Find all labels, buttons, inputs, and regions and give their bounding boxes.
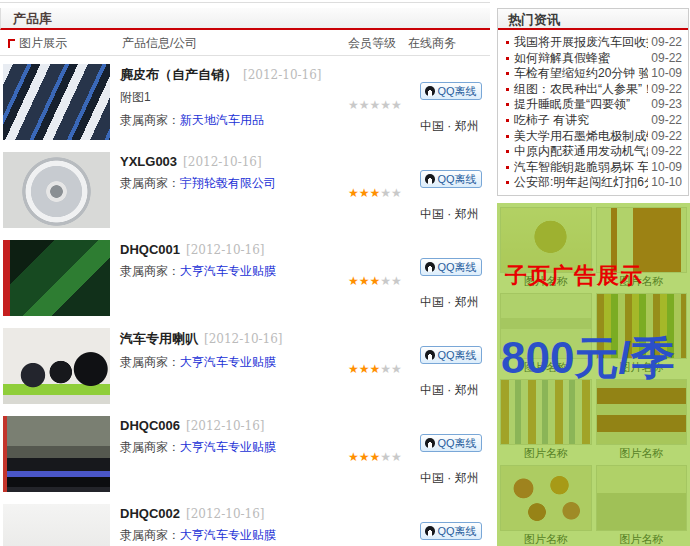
- news-item[interactable]: 组图：农民种出“人参果”！09-22: [506, 82, 682, 98]
- news-date: 09-22: [648, 113, 682, 129]
- product-photo-speakers[interactable]: [3, 328, 110, 404]
- bullet-icon: [506, 119, 509, 122]
- product-photo-film-boxes[interactable]: [3, 240, 110, 316]
- news-date: 10-09: [648, 66, 682, 82]
- hot-news-title: 热门资讯: [498, 9, 688, 30]
- product-title[interactable]: DHQC002[2012-10-16]: [120, 506, 348, 521]
- vendor-line: 隶属商家：大亨汽车专业贴膜: [120, 263, 348, 280]
- vendor-line: 隶属商家：大亨汽车专业贴膜: [120, 527, 348, 544]
- vendor-link[interactable]: 大亨汽车专业贴膜: [180, 528, 276, 542]
- product-title[interactable]: YXLG003[2012-10-16]: [120, 154, 348, 169]
- news-date: 10-09: [648, 160, 682, 176]
- product-date: [2012-10-16]: [186, 243, 265, 257]
- news-item[interactable]: 如何辩解真假蜂蜜09-22: [506, 51, 682, 67]
- news-date: 09-22: [648, 129, 682, 145]
- product-info: 麂皮布（自产自销）[2012-10-16] 附图1 隶属商家：新天地汽车用品: [120, 66, 348, 129]
- product-date: [2012-10-16]: [183, 155, 262, 169]
- column-image-header: 图片展示: [8, 30, 67, 56]
- news-date: 09-22: [648, 82, 682, 98]
- bullet-icon: [506, 88, 509, 91]
- product-info: DHQC002[2012-10-16] 隶属商家：大亨汽车专业贴膜: [120, 506, 348, 544]
- vendor-line: 隶属商家：宇翔轮毂有限公司: [120, 175, 348, 192]
- member-level-stars: ★★★★★: [348, 98, 420, 112]
- news-item[interactable]: 我国将开展报废汽车回收拆解09-22: [506, 35, 682, 51]
- vendor-line: 隶属商家：大亨汽车专业贴膜: [120, 439, 348, 456]
- product-row: DHQC002[2012-10-16] 隶属商家：大亨汽车专业贴膜 QQ离线: [0, 496, 490, 546]
- news-date: 09-22: [648, 51, 682, 67]
- sub-page-ad-banner[interactable]: 图片名称 图片名称 图片名称 图片名称 图片名称 图片名称 图片名称 图片名称 …: [497, 203, 690, 546]
- news-item[interactable]: 提升睡眠质量“四要领”09-23: [506, 97, 682, 113]
- product-row: 汽车专用喇叭[2012-10-16] 隶属商家：大亨汽车专业贴膜 ★★★★★ Q…: [0, 320, 490, 408]
- member-level-stars: ★★★★★: [348, 274, 420, 288]
- news-item[interactable]: 吃柿子 有讲究09-22: [506, 113, 682, 129]
- qq-offline-button[interactable]: QQ离线: [420, 258, 482, 276]
- product-library-title: 产品库: [0, 8, 490, 30]
- page: 产品库 图片展示 产品信息/公司 会员等级 在线商务 麂皮布（自产自销）[201…: [0, 0, 690, 546]
- qq-offline-button[interactable]: QQ离线: [420, 170, 482, 188]
- product-title[interactable]: 汽车专用喇叭[2012-10-16]: [120, 330, 348, 348]
- vendor-line: 隶属商家：新天地汽车用品: [120, 112, 348, 129]
- product-title[interactable]: DHQC006[2012-10-16]: [120, 418, 348, 433]
- bullet-icon: [506, 135, 509, 138]
- product-row: DHQC001[2012-10-16] 隶属商家：大亨汽车专业贴膜 ★★★★★ …: [0, 232, 490, 320]
- news-item[interactable]: 美大学用石墨烯电极制成锂电09-22: [506, 129, 682, 145]
- product-info: 汽车专用喇叭[2012-10-16] 隶属商家：大亨汽车专业贴膜: [120, 330, 348, 371]
- product-date: [2012-10-16]: [243, 68, 322, 82]
- news-item[interactable]: 中原内配获通用发动机气缸套09-22: [506, 144, 682, 160]
- bullet-icon: [506, 166, 509, 169]
- bullet-icon: [506, 57, 509, 60]
- member-level-stars: ★★★★★: [348, 362, 420, 376]
- vendor-link[interactable]: 新天地汽车用品: [180, 113, 264, 127]
- column-online-header: 在线商务: [408, 30, 456, 56]
- product-attachment[interactable]: 附图1: [120, 89, 348, 106]
- member-level-stars: ★★★★★: [348, 186, 420, 200]
- bullet-icon: [506, 103, 509, 106]
- news-date: 09-22: [648, 144, 682, 160]
- product-row: DHQC006[2012-10-16] 隶属商家：大亨汽车专业贴膜 ★★★★★ …: [0, 408, 490, 496]
- qq-offline-button[interactable]: QQ离线: [420, 522, 482, 540]
- news-item[interactable]: 汽车智能钥匙脆弱易坏 车主需10-09: [506, 160, 682, 176]
- corner-arrow-icon: [8, 39, 15, 48]
- member-level-stars: ★★★★★: [348, 450, 420, 464]
- news-item[interactable]: 公安部:明年起闯红灯扣6分 挡10-10: [506, 175, 682, 191]
- product-location: 中国 · 郑州: [420, 118, 486, 135]
- ad-overlay-text-line1: 子页广告展示: [505, 261, 643, 291]
- product-photo-suede-cloth[interactable]: [3, 64, 110, 140]
- product-rows: 麂皮布（自产自销）[2012-10-16] 附图1 隶属商家：新天地汽车用品 ★…: [0, 56, 490, 546]
- product-photo-alloy-wheel[interactable]: [3, 152, 110, 228]
- qq-penguin-icon: [425, 438, 435, 448]
- column-info-header: 产品信息/公司: [122, 30, 197, 56]
- vendor-link[interactable]: 大亨汽车专业贴膜: [180, 264, 276, 278]
- news-date: 10-10: [648, 175, 682, 191]
- qq-offline-button[interactable]: QQ离线: [420, 346, 482, 364]
- product-location: 中国 · 郑州: [420, 206, 486, 223]
- product-table-header: 图片展示 产品信息/公司 会员等级 在线商务: [0, 30, 490, 56]
- vendor-line: 隶属商家：大亨汽车专业贴膜: [120, 354, 348, 371]
- bullet-icon: [506, 72, 509, 75]
- bullet-icon: [506, 150, 509, 153]
- qq-offline-button[interactable]: QQ离线: [420, 82, 482, 100]
- vendor-link[interactable]: 大亨汽车专业贴膜: [180, 440, 276, 454]
- product-info: YXLG003[2012-10-16] 隶属商家：宇翔轮毂有限公司: [120, 154, 348, 192]
- product-row: YXLG003[2012-10-16] 隶属商家：宇翔轮毂有限公司 ★★★★★ …: [0, 144, 490, 232]
- news-item[interactable]: 车检有望缩短约20分钟 验车将10-09: [506, 66, 682, 82]
- product-photo-car-stereo[interactable]: [3, 416, 110, 492]
- qq-penguin-icon: [425, 526, 435, 536]
- bullet-icon: [506, 41, 509, 44]
- hot-news-panel: 热门资讯 我国将开展报废汽车回收拆解09-22 如何辩解真假蜂蜜09-22 车检…: [497, 8, 689, 196]
- product-library-panel: 产品库 图片展示 产品信息/公司 会员等级 在线商务 麂皮布（自产自销）[201…: [0, 0, 490, 546]
- ad-overlay-text-price: 800元/季: [501, 329, 675, 388]
- news-date: 09-22: [648, 35, 682, 51]
- qq-penguin-icon: [425, 174, 435, 184]
- vendor-link[interactable]: 大亨汽车专业贴膜: [180, 355, 276, 369]
- news-date: 09-23: [648, 97, 682, 113]
- qq-offline-button[interactable]: QQ离线: [420, 434, 482, 452]
- product-photo-accessory[interactable]: [3, 504, 110, 546]
- vendor-link[interactable]: 宇翔轮毂有限公司: [180, 176, 276, 190]
- bullet-icon: [506, 181, 509, 184]
- product-title[interactable]: DHQC001[2012-10-16]: [120, 242, 348, 257]
- product-date: [2012-10-16]: [186, 419, 265, 433]
- qq-penguin-icon: [425, 350, 435, 360]
- product-title[interactable]: 麂皮布（自产自销）[2012-10-16]: [120, 66, 348, 84]
- qq-penguin-icon: [425, 86, 435, 96]
